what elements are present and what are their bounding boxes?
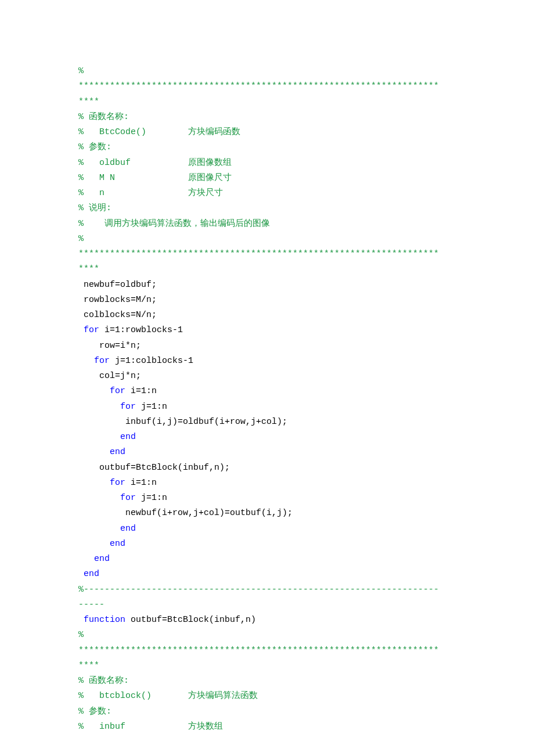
code-line: for i=1:rowblocks-1 xyxy=(78,323,459,338)
keyword: end xyxy=(110,447,125,457)
code-text: newbuf(i+row,j+col)=outbuf(i,j); xyxy=(78,508,293,518)
code-line: for i=1:n xyxy=(78,384,459,399)
keyword: for xyxy=(120,493,136,503)
code-document: %***************************************… xyxy=(0,0,534,756)
keyword: end xyxy=(120,432,136,442)
code-line: **** xyxy=(78,262,459,277)
code-text: row=i*n; xyxy=(78,341,141,351)
code-line: % 函数名称: xyxy=(78,674,459,689)
keyword: for xyxy=(120,402,136,412)
code-line: end xyxy=(78,445,459,460)
code-text xyxy=(78,432,120,442)
code-line: ****************************************… xyxy=(78,247,459,262)
code-line: outbuf=BtcBlock(inbuf,n); xyxy=(78,460,459,476)
code-line: for j=1:n xyxy=(78,399,459,415)
comment-text: % 参数: xyxy=(78,142,111,152)
code-text: i=1:rowblocks-1 xyxy=(99,325,183,335)
code-line: end xyxy=(78,552,459,567)
code-text: i=1:n xyxy=(125,478,157,488)
code-line: ****************************************… xyxy=(78,643,459,658)
comment-text: ****************************************… xyxy=(78,249,439,259)
code-text xyxy=(78,402,120,412)
code-text: j=1:colblocks-1 xyxy=(110,356,193,366)
code-text xyxy=(78,524,120,534)
comment-text: % btcblock() 方块编码算法函数 xyxy=(78,691,258,701)
code-line: ****************************************… xyxy=(78,79,459,94)
code-text: colblocks=N/n; xyxy=(78,310,157,320)
keyword: end xyxy=(110,539,125,549)
comment-text: % 说明: xyxy=(78,203,111,213)
comment-text: ----- xyxy=(78,600,104,610)
code-line: % 函数名称: xyxy=(78,110,459,125)
code-line: ----- xyxy=(78,597,459,613)
keyword: end xyxy=(84,569,99,579)
code-text: j=1:n xyxy=(136,493,167,503)
code-text xyxy=(78,325,84,335)
comment-text: % xyxy=(78,630,84,640)
code-line: % 调用方块编码算法函数，输出编码后的图像 xyxy=(78,217,459,232)
comment-text: % 调用方块编码算法函数，输出编码后的图像 xyxy=(78,219,270,229)
comment-text: % 函数名称: xyxy=(78,112,129,122)
comment-text: % inbuf 方块数组 xyxy=(78,722,223,732)
code-text xyxy=(78,539,110,549)
code-text: rowblocks=M/n; xyxy=(78,295,157,305)
code-line: for j=1:colblocks-1 xyxy=(78,354,459,369)
code-text xyxy=(78,493,120,503)
code-line: % M N 原图像尺寸 xyxy=(78,171,459,186)
code-line: end xyxy=(78,521,459,537)
code-line: function outbuf=BtcBlock(inbuf,n) xyxy=(78,613,459,628)
comment-text: **** xyxy=(78,661,99,671)
comment-text: **** xyxy=(78,97,99,107)
code-line: % inbuf 方块数组 xyxy=(78,719,459,735)
code-line: % xyxy=(78,628,459,643)
code-text xyxy=(78,569,84,579)
code-line: % xyxy=(78,232,459,247)
code-line: **** xyxy=(78,658,459,674)
comment-text: % xyxy=(78,234,84,244)
code-line: colblocks=N/n; xyxy=(78,308,459,323)
comment-text: %---------------------------------------… xyxy=(78,585,439,595)
comment-text: % 函数名称: xyxy=(78,676,129,686)
code-text: i=1:n xyxy=(125,386,157,396)
code-text: col=j*n; xyxy=(78,371,141,381)
comment-text: % oldbuf 原图像数组 xyxy=(78,158,232,168)
code-line: %---------------------------------------… xyxy=(78,582,459,597)
code-line: row=i*n; xyxy=(78,339,459,354)
code-text xyxy=(78,386,110,396)
code-text: newbuf=oldbuf; xyxy=(78,280,157,290)
comment-text: ****************************************… xyxy=(78,646,439,656)
comment-text: % n 方块尺寸 xyxy=(78,188,223,198)
code-line: for j=1:n xyxy=(78,491,459,506)
comment-text: % BtcCode() 方块编码函数 xyxy=(78,127,240,137)
code-line: newbuf(i+row,j+col)=outbuf(i,j); xyxy=(78,506,459,521)
comment-text: **** xyxy=(78,264,99,274)
code-text xyxy=(78,554,94,564)
keyword: end xyxy=(94,554,110,564)
comment-text: % xyxy=(78,66,84,76)
code-line: end xyxy=(78,430,459,445)
code-line: newbuf=oldbuf; xyxy=(78,278,459,293)
keyword: for xyxy=(110,386,125,396)
comment-text: % 参数: xyxy=(78,707,111,717)
code-line: % n 方块尺寸 xyxy=(78,186,459,201)
code-line: % oldbuf 原图像数组 xyxy=(78,156,459,171)
code-line: inbuf(i,j)=oldbuf(i+row,j+col); xyxy=(78,415,459,430)
code-line: col=j*n; xyxy=(78,369,459,384)
code-line: end xyxy=(78,537,459,552)
code-line: % btcblock() 方块编码算法函数 xyxy=(78,689,459,704)
code-text: outbuf=BtcBlock(inbuf,n) xyxy=(125,615,256,625)
keyword: function xyxy=(84,615,125,625)
code-line: end xyxy=(78,567,459,582)
code-text xyxy=(78,615,84,625)
code-text: outbuf=BtcBlock(inbuf,n); xyxy=(78,463,230,473)
keyword: for xyxy=(110,478,125,488)
comment-text: ****************************************… xyxy=(78,81,439,91)
keyword: for xyxy=(84,325,99,335)
code-text xyxy=(78,356,94,366)
keyword: for xyxy=(94,356,110,366)
keyword: end xyxy=(120,524,136,534)
comment-text: % M N 原图像尺寸 xyxy=(78,173,232,183)
code-line: % xyxy=(78,64,459,79)
code-line: rowblocks=M/n; xyxy=(78,293,459,308)
code-text: inbuf(i,j)=oldbuf(i+row,j+col); xyxy=(78,417,287,427)
